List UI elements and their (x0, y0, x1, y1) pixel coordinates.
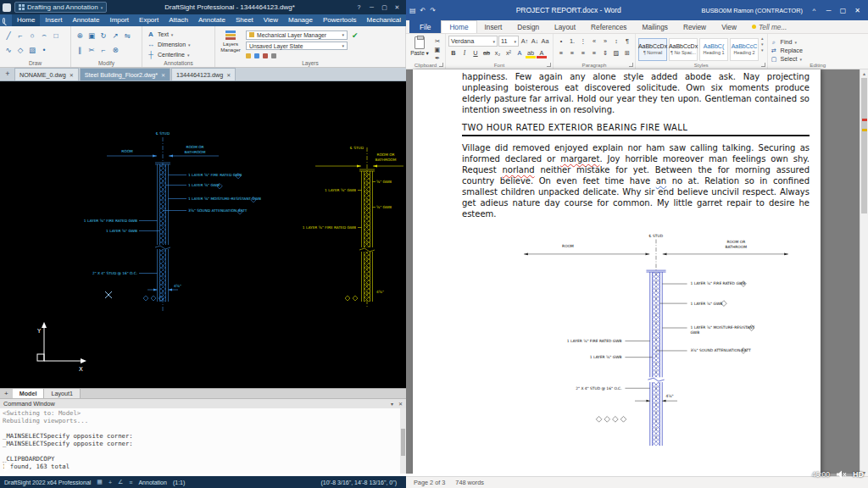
save-icon[interactable]: ▤ (409, 7, 416, 14)
ribbon-tab[interactable]: Home (441, 20, 476, 33)
drawing-canvas[interactable]: ℄ STUD ROOM ROOM OR BATHROOM 1 LAYER ⅝" … (0, 81, 406, 388)
page-indicator[interactable]: Page 2 of 3 (414, 479, 445, 486)
close-tab-icon[interactable]: ✕ (226, 72, 231, 78)
model-tab[interactable]: Model (13, 389, 45, 399)
numbering-button[interactable]: 1. (567, 36, 577, 47)
paste-button[interactable]: Paste ▾ (409, 36, 431, 61)
workspace-selector[interactable]: Drafting and Annotation ▾ (14, 2, 107, 13)
align-center-button[interactable]: ≡ (567, 47, 577, 58)
ribbon-display-options-icon[interactable]: ^ (807, 3, 821, 17)
minimize-button[interactable]: ─ (365, 2, 378, 13)
snap-icon[interactable]: + (108, 480, 112, 485)
borders-button[interactable]: ⊞ (622, 47, 632, 58)
document-tab[interactable]: NONAME_0.dwg ✕ (14, 68, 79, 80)
ribbon-tab[interactable]: Mailings (634, 20, 675, 33)
bold-button[interactable]: B (448, 47, 459, 58)
bullets-button[interactable]: • (556, 36, 566, 47)
command-window[interactable]: <Switching to: Model>Rebuilding viewport… (0, 408, 406, 476)
subscript-button[interactable]: x₂ (492, 47, 503, 58)
scale-value[interactable]: (1:1) (173, 480, 185, 485)
layers-manager-button[interactable]: Layers Manager (218, 28, 243, 59)
replace-button[interactable]: ⇄ Replace (771, 47, 805, 54)
layer-state-select[interactable]: Unsaved Layer State ▾ (246, 42, 348, 51)
ribbon-tab[interactable]: Review (676, 20, 714, 33)
layer-lock-icon[interactable] (263, 53, 268, 58)
command-scrollbar[interactable] (400, 408, 406, 476)
add-layout-button[interactable]: + (0, 390, 13, 397)
styles-scroll-up-icon[interactable]: ▴ (761, 36, 764, 41)
justify-button[interactable]: ≡ (589, 47, 599, 58)
ribbon-tab[interactable]: Powertools (318, 14, 362, 26)
superscript-button[interactable]: x² (504, 47, 514, 58)
scale-icon[interactable]: ↗ (109, 28, 121, 42)
move-icon[interactable]: ⊕ (74, 28, 86, 42)
document-scrollbar[interactable]: ▴ ▾ (860, 69, 868, 476)
erase-icon[interactable]: ⊗ (109, 42, 121, 57)
polyline-icon[interactable]: ⌐ (14, 28, 26, 42)
decrease-indent-button[interactable]: « (589, 36, 599, 47)
trim-icon[interactable]: ✂ (86, 42, 97, 57)
ribbon-tab[interactable]: View (259, 14, 283, 26)
video-play-button[interactable] (4, 462, 12, 472)
ribbon-tab[interactable]: Design (509, 20, 547, 33)
polygon-icon[interactable]: ◇ (14, 42, 26, 57)
scrollbar-thumb[interactable] (861, 78, 867, 214)
close-tab-icon[interactable]: ✕ (70, 72, 74, 78)
minimize-button[interactable]: ─ (821, 3, 836, 17)
maximize-button[interactable]: ▢ (378, 2, 391, 13)
close-button[interactable]: ✕ (391, 2, 403, 13)
ribbon-tab[interactable]: View (714, 20, 744, 33)
offset-icon[interactable]: ∥ (74, 42, 86, 57)
apply-check-icon[interactable]: ✔ (350, 28, 360, 59)
line-spacing-button[interactable]: ⇕ (600, 47, 610, 58)
document-page[interactable]: happiness. Few again any alone style add… (413, 69, 821, 476)
close-button[interactable]: ✕ (850, 3, 865, 17)
ortho-icon[interactable]: ∠ (118, 479, 123, 485)
rotate-icon[interactable]: ↻ (97, 28, 109, 42)
multilevel-list-button[interactable]: ⋮ (578, 36, 588, 47)
font-color-button[interactable]: A (537, 47, 547, 58)
font-size-select[interactable]: 11 ▾ (498, 36, 519, 47)
embedded-wall-detail-figure[interactable]: ℄ STUD ROOM ROOM OR BATHROOM (516, 230, 796, 448)
arc-icon[interactable]: ⌢ (38, 28, 50, 42)
list-icon[interactable]: ≡ (129, 480, 132, 485)
layer-freeze-icon[interactable] (254, 53, 259, 58)
italic-button[interactable]: I (459, 47, 470, 58)
highlight-button[interactable]: ab (526, 47, 536, 58)
style-card[interactable]: AaBbCcDx ¶ Normal (638, 38, 667, 61)
strikethrough-button[interactable]: ab (481, 47, 492, 58)
undo-icon[interactable]: ↶ (420, 7, 426, 14)
rectangle-icon[interactable]: □ (50, 28, 62, 42)
ribbon-tab[interactable]: Manage (283, 14, 318, 26)
ribbon-tab[interactable]: File (409, 20, 441, 33)
command-window-collapse-icon[interactable]: ▾ (391, 401, 393, 407)
align-left-button[interactable]: ≡ (556, 47, 566, 58)
ribbon-tab[interactable]: Layout (547, 20, 583, 33)
ribbon-tab[interactable]: Annotate (67, 14, 104, 26)
scroll-up-icon[interactable]: ▴ (860, 70, 868, 76)
grow-font-button[interactable]: A↑ (520, 36, 530, 47)
layer-color-icon[interactable] (271, 53, 276, 58)
change-case-button[interactable]: Aa (540, 36, 550, 47)
text-tool[interactable]: A Text ▾ (145, 30, 192, 39)
copy-icon[interactable]: ▣ (432, 46, 442, 53)
maximize-button[interactable]: ▢ (836, 3, 850, 17)
underline-button[interactable]: U (470, 47, 481, 58)
style-card[interactable]: AaBbCcDx ¶ No Spac... (669, 38, 698, 61)
close-tab-icon[interactable]: ✕ (161, 72, 165, 78)
document-tab[interactable]: Steel Building_Floor2.dwg* ✕ (80, 68, 170, 80)
pilcrow-button[interactable]: ¶ (622, 36, 632, 47)
search-icon[interactable] (3, 18, 5, 24)
document-tab[interactable]: 1344464123.dwg ✕ (171, 68, 236, 80)
command-window-close-icon[interactable]: ✕ (398, 401, 403, 407)
font-name-select[interactable]: Verdana ▾ (448, 36, 498, 47)
command-window-header[interactable]: Command Window ▾ ✕ (0, 398, 406, 408)
style-card[interactable]: AaBbC( Heading 1 (699, 38, 728, 61)
mechanical-layer-manager-select[interactable]: Mechanical Layer Manager ▾ (246, 30, 348, 40)
shrink-font-button[interactable]: A↓ (530, 36, 540, 47)
annotation-scale-label[interactable]: Annotation (138, 480, 166, 485)
spline-icon[interactable]: ∿ (3, 42, 14, 57)
line-icon[interactable]: ╱ (3, 28, 14, 42)
find-button[interactable]: ⌕ Find ▾ (771, 38, 805, 46)
video-progress-bar[interactable] (0, 474, 868, 476)
